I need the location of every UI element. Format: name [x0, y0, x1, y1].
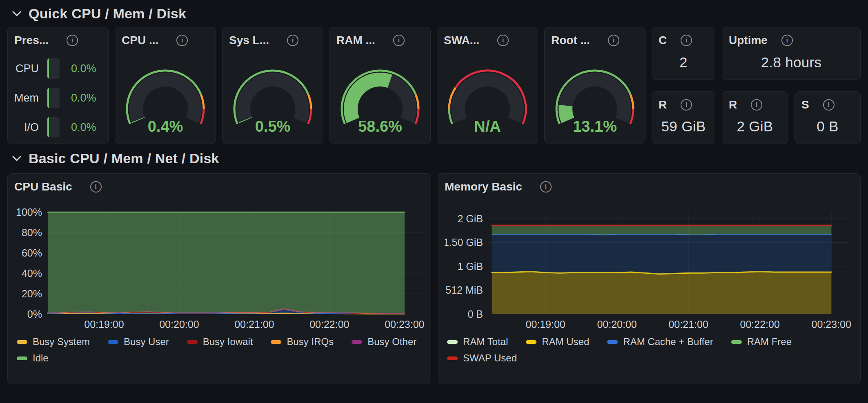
svg-text:13.1%: 13.1%	[573, 118, 617, 135]
info-icon[interactable]: i	[67, 35, 78, 46]
legend-item[interactable]: SWAP Used	[447, 352, 517, 364]
svg-text:0%: 0%	[27, 308, 42, 320]
legend-item[interactable]: RAM Used	[526, 336, 589, 348]
svg-text:00:19:00: 00:19:00	[525, 319, 565, 330]
panel-rootfs-gauge: Root ... i 13.1%	[544, 27, 645, 144]
info-icon[interactable]: i	[781, 35, 793, 46]
bar-gauge-row-io: I/O 0.0%	[14, 117, 102, 137]
info-icon[interactable]: i	[681, 99, 692, 111]
panel-header[interactable]: Memory Basic i	[445, 179, 854, 194]
svg-text:1 GiB: 1 GiB	[457, 261, 483, 272]
swap-used-gauge: N/A	[444, 49, 531, 135]
svg-text:1.50 GiB: 1.50 GiB	[445, 237, 483, 248]
info-icon[interactable]: i	[90, 181, 102, 193]
panel-header[interactable]: CPU ... i	[122, 33, 209, 48]
legend-item[interactable]: Busy Iowait	[187, 336, 253, 348]
info-icon[interactable]: i	[681, 35, 692, 46]
cpu-basic-chart[interactable]: 0%20%40%60%80%100%00:19:0000:20:0000:21:…	[14, 196, 424, 332]
memory-basic-chart[interactable]: 0 B512 MiB1 GiB1.50 GiB2 GiB00:19:0000:2…	[445, 196, 854, 332]
info-icon[interactable]: i	[751, 99, 762, 111]
panel-title: Root ...	[551, 34, 590, 47]
grafana-dashboard: Quick CPU / Mem / Disk Pres... i CPU 0.0…	[0, 0, 868, 384]
info-icon[interactable]: i	[393, 35, 405, 46]
series-swatch	[17, 340, 27, 344]
series-swatch	[352, 340, 362, 344]
svg-text:20%: 20%	[22, 288, 42, 299]
legend-item[interactable]: Busy IRQs	[271, 336, 334, 348]
panel-title: Sys L...	[229, 34, 269, 47]
series-swatch	[17, 356, 27, 360]
bar-gauge-row-cpu: CPU 0.0%	[14, 58, 102, 79]
info-icon[interactable]: i	[540, 181, 552, 193]
svg-text:60%: 60%	[22, 247, 42, 259]
panel-header[interactable]: C i	[659, 33, 708, 48]
panel-header[interactable]: RAM ... i	[336, 33, 424, 48]
bar-gauge-fill	[47, 117, 49, 137]
panel-swap-gauge: SWA... i N/A	[437, 27, 538, 144]
panel-title: R	[729, 98, 737, 111]
section-header-basic[interactable]: Basic CPU / Mem / Net / Disk	[7, 144, 861, 173]
panel-rootfs-total: R i 59 GiB	[652, 91, 715, 144]
sys-load-gauge: 0.5%	[229, 49, 316, 135]
stat-row-bottom: R i 59 GiB R i 2 GiB S i	[652, 91, 861, 144]
panel-header[interactable]: Uptime i	[729, 33, 854, 48]
svg-text:80%: 80%	[22, 227, 42, 238]
panel-header[interactable]: R i	[659, 97, 708, 112]
panel-title: RAM ...	[336, 34, 375, 47]
svg-text:58.6%: 58.6%	[358, 118, 402, 135]
panel-title: Uptime	[729, 34, 768, 47]
svg-text:2 GiB: 2 GiB	[457, 213, 483, 224]
info-icon[interactable]: i	[497, 35, 509, 46]
section-header-quick[interactable]: Quick CPU / Mem / Disk	[7, 0, 861, 27]
panel-header[interactable]: S i	[801, 97, 854, 112]
legend-item[interactable]: Busy User	[108, 336, 169, 348]
stat-value: 2.8 hours	[761, 54, 822, 74]
panel-cpu-cores: C i 2	[652, 27, 715, 80]
svg-text:0 B: 0 B	[467, 308, 483, 320]
legend-item[interactable]: Idle	[17, 352, 49, 364]
panel-sysload-gauge: Sys L... i 0.5%	[222, 27, 323, 144]
panel-memory-basic: Memory Basic i 0 B512 MiB1 GiB1.50 GiB2 …	[438, 173, 861, 384]
svg-text:0.4%: 0.4%	[148, 118, 183, 135]
svg-text:0.5%: 0.5%	[255, 118, 291, 135]
panel-uptime: Uptime i 2.8 hours	[722, 27, 861, 80]
panel-header[interactable]: R i	[729, 97, 781, 112]
panel-header[interactable]: Pres... i	[14, 33, 102, 48]
svg-text:00:22:00: 00:22:00	[309, 319, 349, 330]
series-swatch	[607, 340, 618, 344]
panel-header[interactable]: SWA... i	[444, 33, 531, 48]
svg-text:512 MiB: 512 MiB	[445, 284, 483, 296]
series-swatch	[447, 340, 458, 344]
section-title: Basic CPU / Mem / Net / Disk	[29, 151, 219, 166]
chevron-down-icon[interactable]	[12, 11, 21, 16]
info-icon[interactable]: i	[608, 35, 619, 46]
bar-gauge-value: 0.0%	[71, 92, 96, 104]
chevron-down-icon[interactable]	[12, 156, 21, 161]
panel-title: S	[801, 98, 809, 111]
svg-text:00:19:00: 00:19:00	[84, 319, 124, 330]
panel-title: R	[659, 98, 667, 111]
series-swatch	[526, 340, 536, 344]
legend-item[interactable]: RAM Cache + Buffer	[607, 336, 713, 348]
svg-text:100%: 100%	[16, 206, 42, 218]
panel-header[interactable]: Sys L... i	[229, 33, 316, 48]
legend-item[interactable]: RAM Total	[447, 336, 508, 348]
legend-item[interactable]: RAM Free	[731, 336, 792, 348]
svg-text:00:22:00: 00:22:00	[740, 319, 780, 330]
bar-gauge-row-mem: Mem 0.0%	[14, 88, 102, 108]
svg-text:00:20:00: 00:20:00	[159, 319, 199, 330]
panel-header[interactable]: Root ... i	[551, 33, 639, 48]
panel-header[interactable]: CPU Basic i	[14, 179, 424, 194]
panel-title: Memory Basic	[445, 180, 522, 193]
info-icon[interactable]: i	[287, 35, 298, 46]
legend-item[interactable]: Busy System	[17, 336, 90, 348]
series-swatch	[108, 340, 118, 344]
panel-cpu-gauge: CPU ... i 0.4%	[115, 27, 216, 144]
panel-pressure: Pres... i CPU 0.0% Mem 0.0% I/O 0.0%	[7, 27, 109, 144]
info-icon[interactable]: i	[823, 99, 835, 111]
info-icon[interactable]: i	[176, 35, 188, 46]
ram-used-gauge: 58.6%	[336, 49, 424, 135]
legend-item[interactable]: Busy Other	[352, 336, 416, 348]
bar-gauge-label: CPU	[14, 62, 39, 75]
series-swatch	[447, 356, 458, 360]
